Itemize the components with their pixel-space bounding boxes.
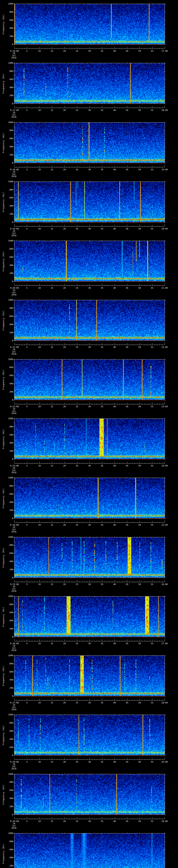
y-tick-label: 200 [5,94,13,97]
spectrogram-panel-9:29:00: Frequency (Hz) 9:29:00 30:00 10 Jul 2016… [0,770,178,830]
date-month-label: Jul [12,291,16,294]
x-start-time-label: 9:22:00 [10,405,19,408]
x-tick-label: 50 [138,642,141,645]
y-axis-title: Frequency (Hz) [2,666,5,686]
spectrogram-panel-9:16:00: Frequency (Hz) 9:16:00 17:00 10 Jul 2016… [0,0,178,59]
x-tick-label: 40 [113,642,116,645]
x-tick-label: 10 [38,109,41,112]
y-tick-label: 600 [5,315,13,317]
x-tick-label: 15 [51,405,53,408]
x-start-time-label: 9:20:00 [10,287,19,289]
x-end-time-label: 28:00 [161,702,168,704]
y-tick-label: 0 [5,754,13,757]
x-tick-label: 5 [26,761,27,763]
x-start-time-label: 9:25:00 [10,583,19,586]
date-day-label: 10 [13,52,15,55]
y-axis-title: Frequency (Hz) [2,784,5,804]
y-tick-label: 0 [5,162,13,164]
x-tick-label: 55 [151,287,153,289]
x-tick-label: 30 [88,227,91,230]
x-tick-label: 55 [151,761,153,763]
x-tick-label: 35 [101,50,103,52]
x-tick-label: 30 [88,109,91,112]
x-tick-label: 40 [113,702,116,704]
date-month-label: Jul [12,647,16,649]
x-tick-label: 50 [138,820,141,823]
y-tick-label: 800 [5,11,13,13]
y-tick-label: 800 [5,70,13,72]
x-tick-label: 50 [138,761,141,763]
date-year-label: 2016 [11,827,17,829]
x-tick-label: 45 [126,524,128,526]
date-year-label: 2016 [11,57,17,59]
y-tick-label: 0 [5,577,13,579]
x-tick-label: 35 [101,287,103,289]
y-tick-label: 0 [5,221,13,223]
x-tick-label: 25 [76,287,78,289]
x-tick-label: 40 [113,109,116,112]
x-tick-label: 35 [101,583,103,586]
spectrogram-panel-9:20:00: Frequency (Hz) 9:20:00 21:00 10 Jul 2016… [0,237,178,296]
x-tick-label: 45 [126,346,128,348]
y-tick-label: 1000 [5,299,13,301]
y-axis-title: Frequency (Hz) [2,14,5,34]
y-tick-label: 400 [5,86,13,89]
x-tick-label: 50 [138,405,141,408]
x-tick-label: 5 [26,583,27,586]
date-day-label: 10 [13,111,15,114]
spectrogram-panel-9:26:00: Frequency (Hz) 9:26:00 27:00 10 Jul 2016… [0,592,178,652]
spectrogram-panel-9:30:00: Frequency (Hz) 9:30:00 31:00 10 Jul 2016… [0,830,178,868]
y-axis-title: Frequency (Hz) [2,488,5,508]
x-tick-label: 10 [38,583,41,586]
x-end-time-label: 17:00 [161,50,168,52]
x-tick-label: 5 [26,820,27,823]
y-tick-label: 400 [5,323,13,326]
y-tick-label: 800 [5,544,13,547]
x-tick-label: 25 [76,642,78,645]
date-day-label: 10 [13,585,15,588]
x-end-time-label: 21:00 [161,287,168,289]
x-tick-label: 15 [51,761,53,763]
x-tick-label: 15 [51,227,53,230]
x-tick-label: 40 [113,524,116,526]
y-tick-label: 600 [5,434,13,436]
y-tick-label: 1000 [5,358,13,361]
x-tick-label: 30 [88,465,91,467]
y-tick-label: 200 [5,805,13,808]
x-tick-label: 50 [138,583,141,586]
x-tick-label: 40 [113,583,116,586]
x-tick-label: 55 [151,583,153,586]
y-tick-label: 0 [5,340,13,342]
x-tick-label: 50 [138,50,141,52]
y-tick-label: 200 [5,627,13,630]
x-tick-label: 30 [88,346,91,348]
date-day-label: 10 [13,645,15,647]
x-tick-label: 45 [126,227,128,230]
y-tick-label: 200 [5,213,13,215]
y-tick-label: 800 [5,307,13,310]
x-tick-label: 30 [88,50,91,52]
y-tick-label: 600 [5,730,13,732]
x-tick-label: 40 [113,465,116,467]
y-tick-label: 200 [5,865,13,867]
x-tick-label: 30 [88,702,91,704]
y-axis-title: Frequency (Hz) [2,192,5,212]
x-tick-label: 5 [26,405,27,408]
x-tick-label: 30 [88,524,91,526]
date-year-label: 2016 [11,530,17,533]
x-tick-label: 10 [38,702,41,704]
y-tick-label: 0 [5,399,13,401]
x-tick-label: 35 [101,227,103,230]
x-tick-label: 25 [76,109,78,112]
date-day-label: 10 [13,704,15,706]
x-end-time-label: 20:00 [161,227,168,230]
spectrogram-panel-9:17:00: Frequency (Hz) 9:17:00 18:00 10 Jul 2016… [0,59,178,118]
x-tick-label: 20 [63,583,66,586]
date-month-label: Jul [12,706,16,709]
x-tick-label: 30 [88,287,91,289]
x-tick-label: 55 [151,820,153,823]
x-tick-label: 30 [88,168,91,171]
x-tick-label: 55 [151,524,153,526]
x-tick-label: 25 [76,168,78,171]
y-tick-label: 600 [5,137,13,140]
